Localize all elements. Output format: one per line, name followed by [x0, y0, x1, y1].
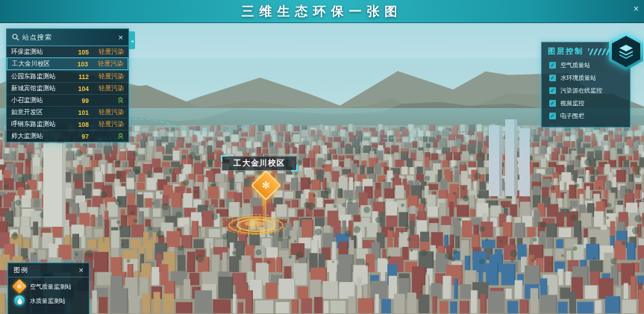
layer-label: 空气质量站 — [560, 61, 590, 69]
checkbox-checked[interactable]: ✓ — [549, 87, 556, 94]
panel-collapse-tab[interactable]: ◂ — [129, 31, 135, 49]
layer-item[interactable]: ✓污染源在线监控 — [542, 84, 630, 97]
layer-item[interactable]: ✓视频监控 — [542, 97, 630, 110]
layer-panel-title: 图层控制 — [548, 46, 584, 57]
station-list-item[interactable]: 如意开发区101轻度污染 — [7, 106, 128, 118]
checkbox-checked[interactable]: ✓ — [549, 100, 556, 107]
station-list-item[interactable]: 师大监测站97良 — [7, 130, 128, 142]
station-aqi-value: 99 — [72, 97, 89, 104]
station-list-item[interactable]: 环保监测站105轻度污染 — [7, 46, 128, 57]
station-name: 工大金川校区 — [12, 60, 72, 69]
station-aqi-level: 良 — [94, 132, 124, 141]
legend-item: 水质量监测站 — [8, 292, 89, 306]
layer-item[interactable]: ✓电子围栏 — [542, 110, 630, 122]
station-aqi-value: 101 — [72, 109, 89, 116]
layer-label: 水环境质量站 — [560, 74, 596, 82]
checkbox-checked[interactable]: ✓ — [549, 113, 556, 119]
bracket-decoration — [291, 165, 298, 172]
legend-item: ✻空气质量监测站 — [8, 277, 89, 292]
marker-label-text: 工大金川校区 — [234, 158, 285, 169]
station-aqi-value: 104 — [72, 85, 89, 92]
station-aqi-value: 112 — [72, 73, 89, 81]
marker-glyph: ✻ — [17, 283, 22, 289]
page-title: 三维生态环保一张图 — [242, 3, 403, 20]
legend-label: 空气质量监测站 — [30, 283, 72, 291]
station-aqi-level: 轻度污染 — [94, 120, 124, 129]
legend-panel-title: 图例 — [13, 266, 28, 275]
station-list-item[interactable]: 新城宾馆监测站104轻度污染 — [7, 82, 128, 94]
bracket-decoration — [221, 155, 228, 162]
station-marker-icon: ✻ — [262, 180, 270, 191]
station-name: 公园东路监测站 — [11, 72, 72, 81]
legend-list: ✻空气质量监测站水质量监测站 — [8, 277, 89, 306]
station-name: 小召监测站 — [11, 96, 72, 105]
station-panel-header: 站点搜索 × ◂ — [7, 29, 128, 46]
checkbox-checked[interactable]: ✓ — [549, 62, 556, 69]
station-panel-title: 站点搜索 — [22, 33, 52, 43]
layer-label: 视频监控 — [560, 99, 584, 107]
layer-item[interactable]: ✓水环境质量站 — [542, 72, 630, 84]
map-legend-panel: 图例 × ✻空气质量监测站水质量监测站 — [7, 263, 90, 314]
layer-label: 电子围栏 — [560, 112, 584, 120]
station-list-item[interactable]: 呼钢东路监测站108轻度污染 — [7, 118, 128, 130]
station-name: 环保监测站 — [11, 48, 72, 57]
station-aqi-level: 轻度污染 — [94, 108, 124, 117]
station-aqi-value: 103 — [72, 60, 88, 68]
hex-frame — [609, 33, 643, 70]
station-list-item[interactable]: 小召监测站99良 — [7, 94, 128, 106]
station-panel-close-button[interactable]: × — [119, 34, 123, 42]
station-name: 呼钢东路监测站 — [11, 120, 72, 129]
station-aqi-level: 轻度污染 — [94, 84, 124, 93]
station-aqi-level: 轻度污染 — [93, 60, 123, 69]
station-aqi-value: 108 — [72, 121, 89, 128]
station-search-panel: 站点搜索 × ◂ 环保监测站105轻度污染工大金川校区103轻度污染公园东路监测… — [6, 28, 129, 142]
water-station-icon — [14, 295, 25, 306]
station-list-item[interactable]: 工大金川校区103轻度污染 — [7, 57, 128, 70]
station-aqi-level: 良 — [94, 96, 124, 105]
station-aqi-value: 97 — [72, 133, 89, 140]
legend-label: 水质量监测站 — [30, 297, 66, 305]
station-aqi-level: 轻度污染 — [94, 72, 124, 81]
legend-panel-close-button[interactable]: × — [79, 266, 84, 274]
station-name: 如意开发区 — [11, 108, 72, 117]
layers-hex-button[interactable] — [609, 33, 643, 70]
marker-ring-core — [245, 221, 264, 227]
layers-icon — [616, 43, 636, 60]
station-name: 师大监测站 — [11, 132, 72, 141]
marker-label[interactable]: 工大金川校区 — [222, 156, 297, 171]
station-aqi-level: 轻度污染 — [94, 48, 124, 57]
station-name: 新城宾馆监测站 — [11, 84, 72, 93]
legend-panel-header: 图例 × — [8, 263, 89, 277]
search-icon — [12, 34, 19, 41]
layer-label: 污染源在线监控 — [560, 87, 602, 95]
popup-close-button[interactable]: × — [634, 4, 639, 14]
corner-decoration — [0, 0, 9, 9]
station-list-item[interactable]: 公园东路监测站112轻度污染 — [7, 70, 128, 82]
station-list: 环保监测站105轻度污染工大金川校区103轻度污染公园东路监测站112轻度污染新… — [7, 46, 128, 142]
header-bar: 三维生态环保一张图 — [0, 0, 644, 23]
checkbox-checked[interactable]: ✓ — [549, 75, 556, 81]
hex-inner — [612, 36, 641, 67]
station-aqi-value: 105 — [72, 48, 89, 56]
app-root: ✻ 工大金川校区 三维生态环保一张图 站点搜索 × ◂ 环保监测站105轻度污染… — [0, 0, 644, 314]
